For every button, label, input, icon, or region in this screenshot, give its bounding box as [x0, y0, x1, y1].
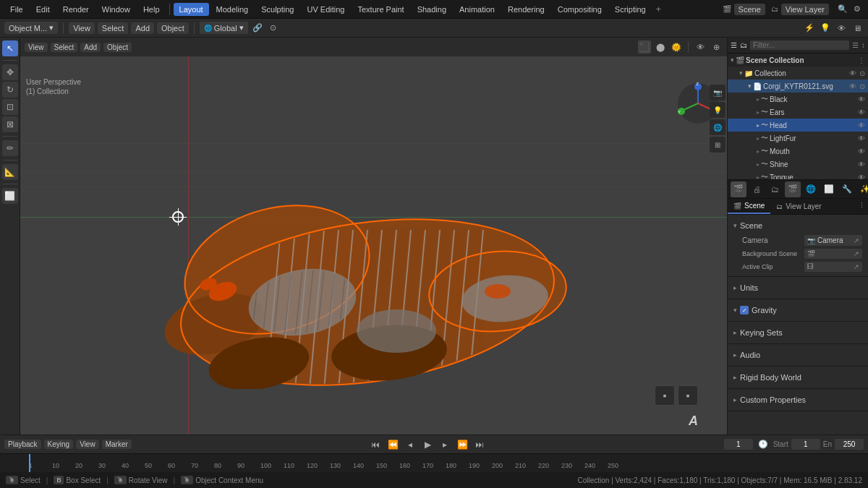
show-gizmos[interactable]: ⊕: [710, 40, 723, 53]
outliner-search[interactable]: [750, 40, 849, 50]
end-frame-input[interactable]: [835, 439, 864, 450]
options-btn[interactable]: ⚙: [851, 3, 864, 16]
select-key[interactable]: 🖱: [6, 476, 18, 484]
header-right-3[interactable]: 👁: [835, 22, 848, 35]
search-btn[interactable]: 🔍: [836, 3, 849, 16]
active-clip-value[interactable]: 🎞 ↗: [804, 262, 862, 272]
prop-tab-world[interactable]: 🌐: [803, 181, 819, 197]
widget-1[interactable]: ▪: [655, 385, 675, 406]
workspace-rendering[interactable]: Rendering: [502, 3, 550, 16]
gravity-checkbox[interactable]: ✓: [740, 306, 749, 314]
view-btn[interactable]: View: [69, 22, 95, 34]
header-right-2[interactable]: 💡: [819, 22, 832, 35]
tab-scene[interactable]: 🎬 Scene: [728, 199, 770, 214]
keying-menu[interactable]: Keying: [44, 440, 74, 449]
collection-item[interactable]: ▾ 📁 Collection 👁 ⊙: [728, 67, 868, 80]
move-tool[interactable]: ✥: [2, 64, 18, 80]
eye-svg[interactable]: 👁: [849, 82, 856, 90]
eye-ears[interactable]: 👁: [858, 108, 865, 116]
current-frame-input[interactable]: [724, 439, 753, 450]
menu-file[interactable]: File: [4, 3, 29, 16]
next-keyframe[interactable]: ⏩: [455, 437, 469, 452]
jump-start[interactable]: ⏮: [368, 437, 383, 452]
header-right-1[interactable]: ⚡: [803, 22, 816, 35]
gravity-header[interactable]: ▾ ✓ Gravity: [728, 302, 868, 318]
item-ears[interactable]: ▸ 〜 Ears 👁: [728, 106, 868, 119]
measure-tool[interactable]: 📐: [2, 164, 18, 180]
restrict-1[interactable]: ⊙: [859, 69, 865, 77]
bg-link-icon[interactable]: ↗: [854, 250, 859, 257]
custom-props-header[interactable]: ▸ Custom Properties: [728, 392, 868, 408]
object-btn[interactable]: Object: [157, 22, 189, 34]
workspace-sculpting[interactable]: Sculpting: [255, 3, 299, 16]
eye-black[interactable]: 👁: [858, 95, 865, 103]
playback-menu[interactable]: Playback: [4, 440, 41, 449]
jump-end[interactable]: ⏭: [472, 437, 487, 452]
item-shine[interactable]: ▸ 〜 Shine 👁: [728, 158, 868, 171]
prop-tab-viewlayer[interactable]: 🗂: [767, 181, 783, 197]
mode-selector[interactable]: Object M... ▾: [4, 22, 58, 34]
props-menu-btn[interactable]: ⋮: [855, 199, 868, 212]
step-forward[interactable]: ▸: [438, 437, 452, 452]
workspace-scripting[interactable]: Scripting: [609, 3, 652, 16]
viewport-shading-render[interactable]: 🌞: [670, 40, 683, 53]
vr-lamp[interactable]: 💡: [710, 102, 726, 118]
transform-global[interactable]: 🌐 Global ▾: [200, 22, 248, 34]
vp-view-menu[interactable]: View: [25, 43, 48, 52]
rotate-tool[interactable]: ↻: [2, 82, 18, 98]
header-right-4[interactable]: 🖥: [851, 22, 864, 35]
scene-section-header[interactable]: ▾ Scene: [728, 218, 868, 234]
vr-world[interactable]: 🌐: [710, 119, 726, 135]
rigid-body-header[interactable]: ▸ Rigid Body World: [728, 369, 868, 385]
snap-btn[interactable]: 🔗: [251, 22, 264, 35]
vr-camera[interactable]: 📷: [710, 85, 726, 100]
prev-keyframe[interactable]: ⏪: [386, 437, 400, 452]
workspace-layout[interactable]: Layout: [174, 3, 209, 16]
select-tool[interactable]: ↖: [2, 40, 18, 56]
sort-options[interactable]: ↕: [861, 41, 865, 49]
item-black[interactable]: ▸ 〜 Black 👁: [728, 93, 868, 106]
vp-select-menu[interactable]: Select: [51, 43, 78, 52]
vp-add-menu[interactable]: Add: [80, 43, 101, 52]
viewport-shading-material[interactable]: ⬤: [654, 40, 667, 53]
item-mouth[interactable]: ▸ 〜 Mouth 👁: [728, 145, 868, 158]
clip-link-icon[interactable]: ↗: [854, 263, 859, 270]
widget-2[interactable]: ▪: [678, 385, 698, 406]
tab-view-layer[interactable]: 🗂 View Layer: [770, 199, 827, 214]
view-layer-name[interactable]: View Layer: [781, 4, 829, 15]
prop-tab-scene[interactable]: 🎬: [785, 181, 801, 197]
options-icon[interactable]: ⋮: [858, 56, 865, 64]
item-tongue[interactable]: ▸ 〜 Tongue 👁: [728, 171, 868, 180]
vr-view-snap[interactable]: ⊞: [710, 137, 726, 153]
audio-header[interactable]: ▸ Audio: [728, 347, 868, 363]
view-menu[interactable]: View: [76, 440, 99, 449]
cam-link-icon[interactable]: ↗: [854, 237, 859, 244]
menu-render[interactable]: Render: [57, 3, 95, 16]
proportional-btn[interactable]: ⊙: [267, 22, 280, 35]
workspace-animation[interactable]: Animation: [454, 3, 501, 16]
transform-tool[interactable]: ⊠: [2, 116, 18, 132]
keying-sets-header[interactable]: ▸ Keying Sets: [728, 325, 868, 341]
marker-menu[interactable]: Marker: [102, 440, 132, 449]
prop-tab-render[interactable]: 🎬: [731, 181, 746, 197]
eye-mouth[interactable]: 👁: [858, 147, 865, 155]
menu-help[interactable]: Help: [137, 3, 166, 16]
play-pause[interactable]: ▶: [420, 437, 435, 452]
box-select-key[interactable]: B: [54, 476, 64, 484]
start-frame-input[interactable]: [791, 439, 820, 450]
bg-scene-value[interactable]: 🎬 ↗: [804, 249, 862, 259]
workspace-shading[interactable]: Shading: [412, 3, 452, 16]
context-key[interactable]: 🖱: [181, 476, 193, 484]
restrict-svg[interactable]: ⊙: [859, 82, 865, 90]
prop-tab-particles[interactable]: ✨: [857, 181, 868, 197]
rotate-key[interactable]: 🖱: [114, 476, 127, 484]
camera-value[interactable]: 📷 Camera ↗: [804, 235, 862, 246]
prop-tab-object[interactable]: ⬜: [821, 181, 837, 197]
units-header[interactable]: ▸ Units: [728, 280, 868, 296]
select-btn[interactable]: Select: [98, 22, 129, 34]
add-cube-tool[interactable]: ⬜: [2, 188, 18, 204]
viewport[interactable]: View Select Add Object ⬛ ⬤ 🌞 👁 ⊕: [20, 38, 727, 435]
step-back[interactable]: ◂: [403, 437, 417, 452]
workspace-uv-editing[interactable]: UV Editing: [301, 3, 350, 16]
vp-object-menu[interactable]: Object: [103, 43, 132, 52]
